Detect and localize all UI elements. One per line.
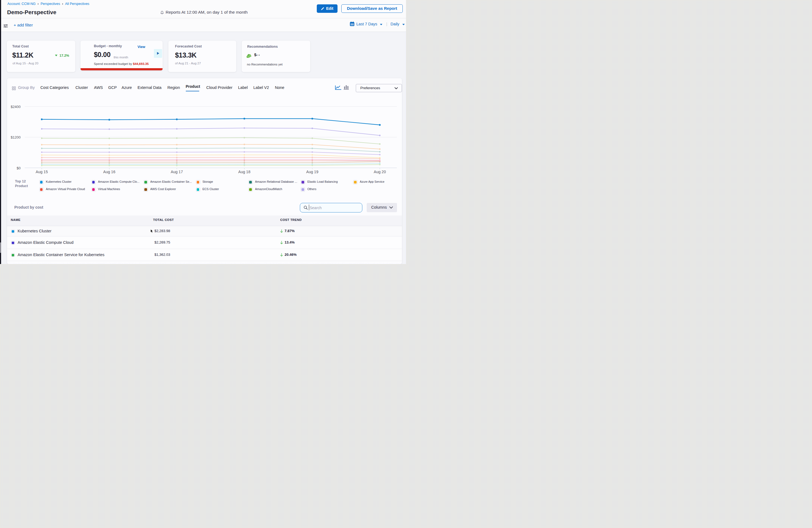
svg-text:Aug 15: Aug 15 — [36, 170, 48, 174]
svg-text:Aug 19: Aug 19 — [306, 170, 318, 174]
svg-text:Aug 18: Aug 18 — [238, 170, 250, 174]
svg-text:Aug 20: Aug 20 — [374, 170, 386, 174]
svg-text:$2400: $2400 — [11, 105, 20, 109]
svg-text:$0: $0 — [17, 166, 20, 170]
svg-text:Aug 16: Aug 16 — [103, 170, 115, 174]
svg-text:Aug 17: Aug 17 — [171, 170, 183, 174]
svg-text:$1200: $1200 — [11, 135, 20, 140]
